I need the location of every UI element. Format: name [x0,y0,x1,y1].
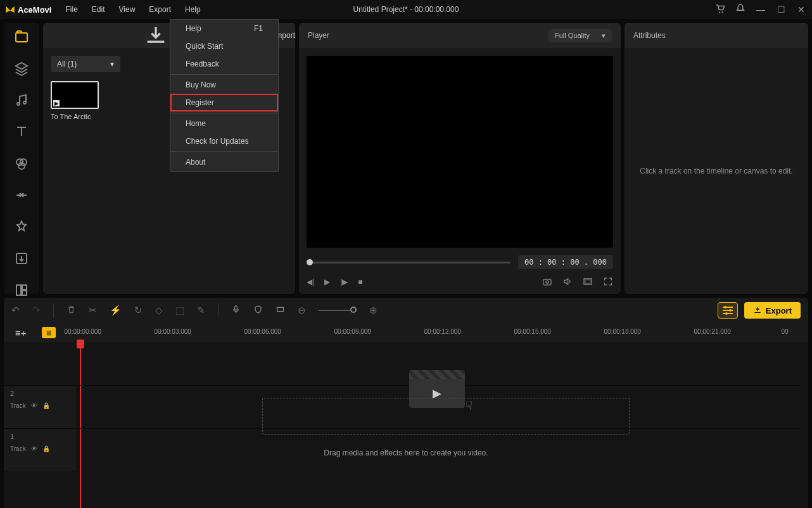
snapshot-icon[interactable] [542,276,552,288]
tick: 00:00:06.000 [244,328,281,335]
shield-icon[interactable] [253,305,263,316]
svg-point-1 [722,11,723,13]
svg-rect-15 [585,280,590,283]
cart-icon[interactable] [714,3,726,16]
sidebar-audio-icon[interactable] [14,92,29,108]
svg-point-13 [546,281,549,283]
sidebar-export-icon[interactable] [14,251,29,266]
speed-icon[interactable]: ⚡ [110,305,122,316]
minimize-icon[interactable]: — [755,4,766,15]
time-ruler[interactable]: 00:00:00.000 00:00:03.000 00:00:06.000 0… [62,323,808,342]
help-menu-about[interactable]: About [170,153,278,171]
tag-icon[interactable]: ◇ [155,305,163,316]
fullscreen-icon[interactable] [603,276,613,288]
adjust-icon[interactable] [718,302,738,319]
menubar: File Edit View Export Help [59,3,206,16]
tick: 00 [782,328,789,335]
svg-point-0 [719,11,720,13]
zoom-out-icon[interactable]: ⊖ [298,305,306,316]
help-menu-register[interactable]: Register [170,94,278,111]
redo-icon[interactable]: ↷ [32,305,41,316]
sidebar-effects-icon[interactable] [14,219,29,234]
sidebar-text-icon[interactable] [14,124,29,139]
prev-frame-icon[interactable]: ◀| [307,277,314,286]
attributes-placeholder: Click a track on the timeline or canvas … [625,48,808,294]
titlebar-right: — ☐ ✕ [714,3,807,16]
clip-name: To The Arctic [51,113,99,120]
volume-icon[interactable] [562,276,573,288]
export-icon [753,305,762,315]
menu-export[interactable]: Export [143,3,177,16]
track-number: 1 [10,433,70,440]
svg-point-19 [729,309,732,312]
svg-rect-2 [16,33,27,42]
drop-hint-text: Drag media and effects here to create yo… [4,448,808,457]
maximize-icon[interactable]: ☐ [775,4,787,15]
help-menu-help[interactable]: HelpF1 [170,20,278,37]
mic-icon[interactable] [231,305,241,316]
sidebar-filters-icon[interactable] [14,156,29,171]
tick: 00:00:21.000 [694,328,731,335]
help-menu-buynow[interactable]: Buy Now [170,76,278,94]
svg-rect-17 [277,307,284,311]
timeline-toolbar: ↶ ↷ ✂ ⚡ ↻ ◇ ⬚ ✎ ⊖ ⊕ Export [4,298,808,323]
quality-label: Full Quality [555,32,590,39]
window-title: Untitled Project* - 00:00:00.000 [353,5,459,14]
zoom-slider[interactable] [319,310,357,311]
aspect-icon[interactable] [276,305,285,316]
svg-rect-9 [16,285,21,295]
track-number: 2 [10,390,70,397]
media-filter-dropdown[interactable]: All (1) ▾ [51,56,120,72]
quality-dropdown[interactable]: Full Quality ▾ [549,29,612,42]
svg-point-4 [23,101,26,104]
close-icon[interactable]: ✕ [796,4,807,15]
cut-icon[interactable]: ✂ [89,305,97,316]
help-menu-updates[interactable]: Check for Updates [170,132,278,150]
rotate-icon[interactable]: ↻ [134,305,143,316]
timeline-area: ↶ ↷ ✂ ⚡ ↻ ◇ ⬚ ✎ ⊖ ⊕ Export ≡+ ⊞ 00:00:00… [0,298,812,508]
delete-icon[interactable] [67,305,76,316]
sidebar-media-icon[interactable] [14,29,29,44]
logo-icon [5,4,15,15]
chevron-down-icon: ▾ [110,60,114,68]
menu-help[interactable]: Help [179,3,207,16]
undo-icon[interactable]: ↶ [11,305,20,316]
tick: 00:00:03.000 [155,328,191,335]
help-menu-home[interactable]: Home [170,115,278,132]
help-dropdown: HelpF1 Quick Start Feedback Buy Now Regi… [170,19,279,172]
menu-view[interactable]: View [113,3,142,16]
crop-icon[interactable]: ⬚ [175,305,184,316]
menu-separator [170,151,278,152]
track-header-2: 2 Track 👁 🔒 [4,385,76,428]
tick: 00:00:15.000 [514,328,551,335]
media-clip[interactable]: ▶ To The Arctic [51,81,99,120]
bell-icon[interactable] [735,3,746,16]
help-menu-quickstart[interactable]: Quick Start [170,37,278,55]
safe-zone-icon[interactable] [583,276,593,288]
timeline-dropzone[interactable] [262,398,630,435]
player-time: 00 : 00 : 00 . 000 [518,255,613,269]
help-menu-feedback[interactable]: Feedback [170,55,278,73]
menu-file[interactable]: File [59,3,84,16]
video-preview[interactable] [307,56,613,248]
play-icon: ▶ [53,100,60,106]
edit-icon[interactable]: ✎ [197,305,205,316]
next-frame-icon[interactable]: |▶ [340,277,348,286]
visibility-icon[interactable]: 👁 [31,402,37,409]
export-button[interactable]: Export [744,302,801,319]
track-add-icon[interactable]: ≡+ [15,327,27,338]
left-sidebar [4,23,39,294]
export-label: Export [766,306,792,315]
lock-icon[interactable]: 🔒 [42,402,50,409]
track-label: Track [10,402,26,409]
zoom-in-icon[interactable]: ⊕ [369,305,377,316]
sidebar-layout-icon[interactable] [14,283,29,298]
sidebar-layers-icon[interactable] [14,61,29,76]
ruler: ≡+ ⊞ 00:00:00.000 00:00:03.000 00:00:06.… [4,323,808,342]
auto-fit-icon[interactable]: ⊞ [42,327,56,338]
play-icon[interactable]: ▶ [324,277,330,286]
sidebar-transitions-icon[interactable] [14,187,29,203]
seek-slider[interactable] [307,262,511,264]
stop-icon[interactable]: ■ [358,277,362,286]
menu-edit[interactable]: Edit [86,3,111,16]
